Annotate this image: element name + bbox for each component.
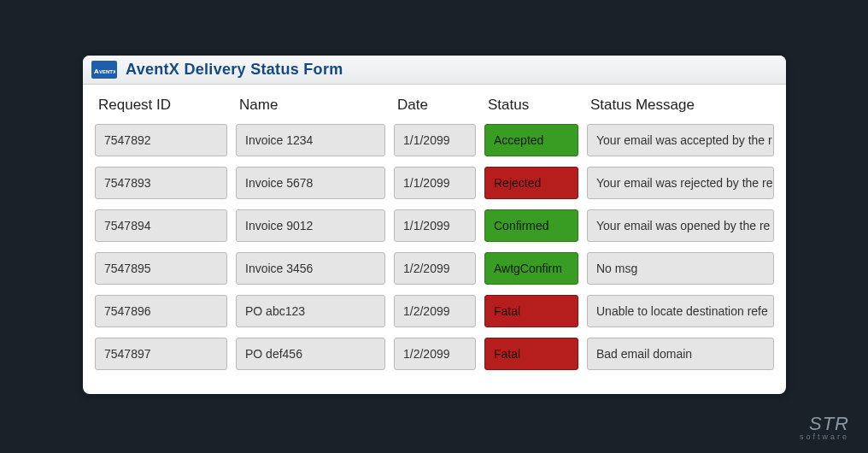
- status-badge: Rejected: [484, 167, 578, 199]
- cell-request-id: 7547897: [95, 338, 227, 370]
- cell-request-id: 7547895: [95, 252, 227, 285]
- panel-title: AventX Delivery Status Form: [126, 61, 343, 79]
- cell-date: 1/1/2099: [394, 209, 476, 242]
- table-row[interactable]: 7547892Invoice 12341/1/2099AcceptedYour …: [95, 124, 774, 156]
- status-badge: Fatal: [484, 295, 578, 327]
- status-grid: Request ID Name Date Status Status Messa…: [83, 85, 786, 394]
- col-header-message: Status Message: [587, 93, 774, 114]
- cell-message: Unable to locate destination refe: [587, 295, 774, 327]
- svg-text:VENTX: VENTX: [99, 69, 115, 74]
- status-badge: Fatal: [484, 338, 578, 370]
- footer-brand-big: STR: [800, 415, 849, 433]
- cell-request-id: 7547892: [95, 124, 227, 156]
- status-badge: Confirmed: [484, 209, 578, 242]
- cell-name: Invoice 1234: [236, 124, 385, 156]
- cell-date: 1/2/2099: [394, 252, 476, 285]
- footer-brand: STR software: [800, 415, 849, 441]
- cell-name: PO def456: [236, 338, 385, 370]
- panel-header: A VENTX AventX Delivery Status Form: [83, 56, 786, 85]
- col-header-name: Name: [236, 93, 385, 114]
- col-header-date: Date: [394, 93, 476, 114]
- table-row[interactable]: 7547893Invoice 56781/1/2099RejectedYour …: [95, 167, 774, 199]
- cell-message: Your email was opened by the re: [587, 209, 774, 242]
- cell-name: PO abc123: [236, 295, 385, 327]
- footer-brand-small: software: [800, 433, 849, 441]
- cell-request-id: 7547893: [95, 167, 227, 199]
- status-badge: AwtgConfirm: [484, 252, 578, 285]
- col-header-request-id: Request ID: [95, 93, 227, 114]
- delivery-status-panel: A VENTX AventX Delivery Status Form Requ…: [83, 56, 786, 394]
- cell-message: No msg: [587, 252, 774, 285]
- cell-message: Your email was rejected by the re: [587, 167, 774, 199]
- status-badge: Accepted: [484, 124, 578, 156]
- cell-name: Invoice 5678: [236, 167, 385, 199]
- cell-message: Bad email domain: [587, 338, 774, 370]
- cell-date: 1/2/2099: [394, 295, 476, 327]
- table-row[interactable]: 7547894Invoice 90121/1/2099ConfirmedYour…: [95, 209, 774, 242]
- cell-name: Invoice 9012: [236, 209, 385, 242]
- table-row[interactable]: 7547896PO abc1231/2/2099FatalUnable to l…: [95, 295, 774, 327]
- cell-request-id: 7547894: [95, 209, 227, 242]
- table-row[interactable]: 7547897PO def4561/2/2099FatalBad email d…: [95, 338, 774, 370]
- cell-name: Invoice 3456: [236, 252, 385, 285]
- cell-date: 1/2/2099: [394, 338, 476, 370]
- cell-date: 1/1/2099: [394, 124, 476, 156]
- column-header-row: Request ID Name Date Status Status Messa…: [95, 93, 774, 114]
- aventx-logo-icon: A VENTX: [91, 61, 117, 79]
- cell-message: Your email was accepted by the r: [587, 124, 774, 156]
- cell-date: 1/1/2099: [394, 167, 476, 199]
- table-row[interactable]: 7547895Invoice 34561/2/2099AwtgConfirmNo…: [95, 252, 774, 285]
- col-header-status: Status: [484, 93, 578, 114]
- cell-request-id: 7547896: [95, 295, 227, 327]
